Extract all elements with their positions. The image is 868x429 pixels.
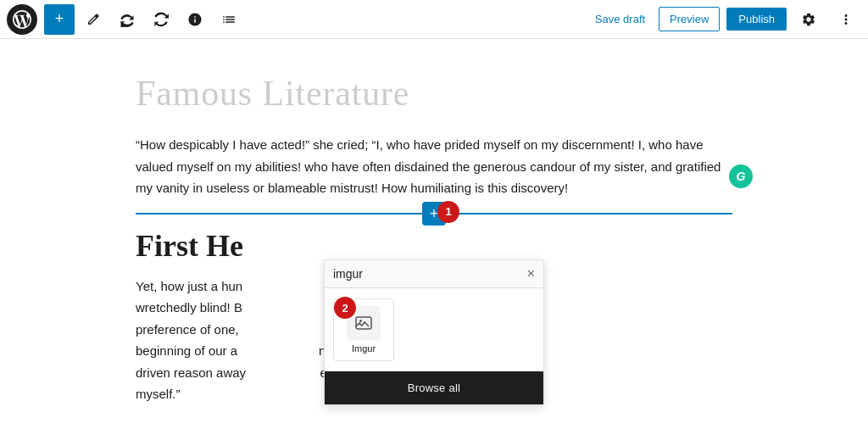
redo-icon [153,12,169,27]
save-draft-button[interactable]: Save draft [588,8,652,31]
plus-icon: + [55,10,64,28]
popup-block-grid: Imgur [325,288,543,371]
add-block-button[interactable]: + [44,4,75,35]
wp-logo-icon [13,10,31,29]
grammarly-icon[interactable]: G [729,164,753,188]
grammarly-letter: G [737,170,746,183]
step-badge-1: 1 [437,201,459,223]
settings-button[interactable] [793,4,824,35]
info-button[interactable] [180,4,210,35]
toolbar-right: Save draft Preview Publish [588,4,861,35]
toolbar: + Save draft Preview Publish [0,0,868,39]
pencil-icon [86,12,101,27]
redo-button[interactable] [146,4,176,35]
imgur-block-label: Imgur [352,343,376,354]
content-area: Famous Literature G “How despicably I ha… [0,39,868,429]
gear-icon [801,12,816,27]
popup-search-row: × [325,260,543,288]
more-options-button[interactable] [831,4,861,35]
info-icon [187,12,203,27]
list-view-icon [221,12,236,27]
post-title[interactable]: Famous Literature [136,73,732,114]
wp-logo[interactable] [7,4,37,35]
post-paragraph-1[interactable]: “How despicably I have acted!” she cried… [136,134,732,199]
popup-close-button[interactable]: × [527,267,535,281]
list-view-button[interactable] [214,4,244,35]
block-inserter-popup: × Imgur Browse all [324,259,544,405]
svg-point-1 [359,320,362,322]
block-search-input[interactable] [333,267,522,281]
publish-button[interactable]: Publish [726,8,787,31]
preview-button[interactable]: Preview [659,7,720,31]
more-vertical-icon [838,12,854,27]
post-heading-2[interactable]: First He [136,228,732,264]
step-badge-2: 2 [334,297,356,319]
browse-all-button[interactable]: Browse all [325,371,543,404]
undo-button[interactable] [112,4,142,35]
undo-icon [120,12,135,27]
tools-button[interactable] [78,4,108,35]
